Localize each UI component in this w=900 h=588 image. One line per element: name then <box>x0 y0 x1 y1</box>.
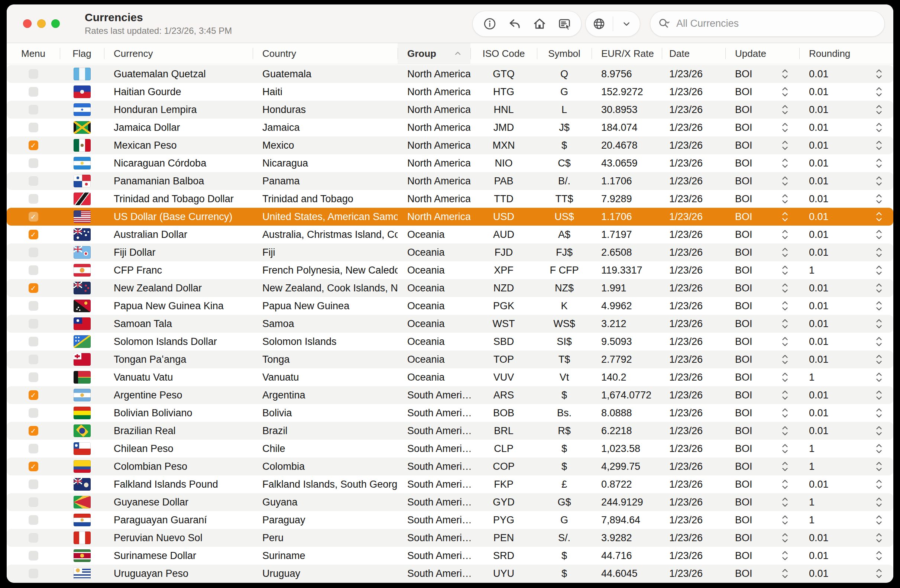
table-row[interactable]: Tongan PaʻangaTongaOceaniaTOPT$2.77921/2… <box>7 351 893 368</box>
update-stepper[interactable] <box>782 496 788 508</box>
rounding-stepper[interactable] <box>876 86 882 98</box>
table-row[interactable]: Panamanian BalboaPanamaNorth AmericaPABB… <box>7 172 893 190</box>
update-stepper[interactable] <box>782 514 788 526</box>
update-stepper[interactable] <box>782 122 788 133</box>
row-checkbox[interactable] <box>29 569 38 578</box>
update-stepper[interactable] <box>782 282 788 294</box>
update-stepper[interactable] <box>782 532 788 543</box>
update-stepper[interactable] <box>782 193 788 205</box>
rounding-stepper[interactable] <box>876 211 882 222</box>
row-checkbox[interactable] <box>29 479 38 489</box>
update-stepper[interactable] <box>782 247 788 258</box>
rounding-stepper[interactable] <box>876 104 882 115</box>
rounding-stepper[interactable] <box>876 532 882 543</box>
row-checkbox[interactable] <box>29 248 38 257</box>
close-button[interactable] <box>23 19 32 28</box>
update-stepper[interactable] <box>782 479 788 490</box>
row-checkbox[interactable] <box>29 105 38 115</box>
table-row[interactable]: Guyanese DollarGuyanaSouth Ameri…GYDG$24… <box>7 493 893 511</box>
undo-button[interactable] <box>504 14 525 34</box>
column-header-iso-code[interactable]: ISO Code <box>470 43 537 64</box>
globe-button[interactable] <box>586 17 613 31</box>
update-stepper[interactable] <box>782 211 788 222</box>
row-checkbox[interactable]: ✓ <box>29 426 38 436</box>
rounding-stepper[interactable] <box>876 229 882 240</box>
table-row[interactable]: CFP FrancFrench Polynesia, New Caledon…O… <box>7 261 893 279</box>
rounding-stepper[interactable] <box>876 354 882 365</box>
column-header-country[interactable]: Country <box>253 43 397 64</box>
update-stepper[interactable] <box>782 425 788 436</box>
table-row[interactable]: ✓Colombian PesoColombiaSouth Ameri…COP$4… <box>7 458 893 475</box>
table-row[interactable]: Guatemalan QuetzalGuatemalaNorth America… <box>7 65 893 83</box>
table-row[interactable]: Bolivian BolivianoBoliviaSouth Ameri…BOB… <box>7 404 893 422</box>
search-input[interactable] <box>675 17 877 30</box>
rounding-stepper[interactable] <box>876 336 882 347</box>
row-checkbox[interactable] <box>29 337 38 346</box>
update-stepper[interactable] <box>782 372 788 383</box>
table-row[interactable]: ✓Mexican PesoMexicoNorth AmericaMXN$20.4… <box>7 137 893 154</box>
rounding-stepper[interactable] <box>876 265 882 276</box>
table-row[interactable]: Peruvian Nuevo SolPeruSouth Ameri…PENS/.… <box>7 529 893 547</box>
column-header-menu[interactable]: Menu <box>7 43 60 64</box>
column-header-symbol[interactable]: Symbol <box>537 43 591 64</box>
row-checkbox[interactable] <box>29 497 38 507</box>
update-stepper[interactable] <box>782 140 788 151</box>
row-checkbox[interactable] <box>29 551 38 560</box>
search-field[interactable] <box>650 11 884 36</box>
column-header-currency[interactable]: Currency <box>104 43 253 64</box>
row-checkbox[interactable] <box>29 123 38 132</box>
rounding-stepper[interactable] <box>876 443 882 454</box>
rounding-stepper[interactable] <box>876 425 882 436</box>
column-header-group[interactable]: Group <box>397 43 470 64</box>
row-checkbox[interactable]: ✓ <box>29 462 38 471</box>
row-checkbox[interactable] <box>29 515 38 525</box>
row-checkbox[interactable] <box>29 265 38 275</box>
table-row[interactable]: Samoan TalaSamoaOceaniaWSTWS$3.2121/23/2… <box>7 315 893 333</box>
rounding-stepper[interactable] <box>876 514 882 526</box>
update-stepper[interactable] <box>782 461 788 472</box>
table-row[interactable]: ✓New Zealand DollarNew Zealand, Cook Isl… <box>7 279 893 297</box>
row-checkbox[interactable] <box>29 355 38 364</box>
rounding-stepper[interactable] <box>876 318 882 329</box>
row-checkbox[interactable] <box>29 319 38 329</box>
update-stepper[interactable] <box>782 265 788 276</box>
table-row[interactable]: Paraguayan GuaraníParaguaySouth Ameri…PY… <box>7 511 893 529</box>
row-checkbox[interactable]: ✓ <box>29 212 38 222</box>
zoom-button[interactable] <box>51 19 60 28</box>
update-stepper[interactable] <box>782 568 788 579</box>
rounding-stepper[interactable] <box>876 300 882 312</box>
column-header-rounding[interactable]: Rounding <box>799 43 893 64</box>
rounding-stepper[interactable] <box>876 479 882 490</box>
table-row[interactable]: Honduran LempiraHondurasNorth AmericaHNL… <box>7 101 893 119</box>
row-checkbox[interactable] <box>29 301 38 311</box>
update-stepper[interactable] <box>782 318 788 329</box>
row-checkbox[interactable] <box>29 444 38 453</box>
table-row[interactable]: ✓Argentine PesoArgentinaSouth Ameri…ARS$… <box>7 386 893 404</box>
row-checkbox[interactable] <box>29 533 38 543</box>
update-stepper[interactable] <box>782 86 788 98</box>
rounding-stepper[interactable] <box>876 175 882 186</box>
update-stepper[interactable] <box>782 158 788 169</box>
info-button[interactable] <box>480 14 500 34</box>
rounding-stepper[interactable] <box>876 372 882 383</box>
update-stepper[interactable] <box>782 407 788 419</box>
table-row[interactable]: Uruguayan PesoUruguaySouth Ameri…UYU$44.… <box>7 565 893 582</box>
rounding-stepper[interactable] <box>876 247 882 258</box>
update-stepper[interactable] <box>782 175 788 186</box>
table-row[interactable]: Trinidad and Tobago DollarTrinidad and T… <box>7 190 893 208</box>
rounding-stepper[interactable] <box>876 461 882 472</box>
table-row[interactable]: Vanuatu VatuVanuatuOceaniaVUVVt140.21/23… <box>7 368 893 386</box>
update-stepper[interactable] <box>782 229 788 240</box>
row-checkbox[interactable]: ✓ <box>29 230 38 239</box>
table-row[interactable]: Falkland Islands PoundFalkland Islands, … <box>7 475 893 493</box>
table-row[interactable]: Chilean PesoChileSouth Ameri…CLP$1,023.5… <box>7 440 893 458</box>
column-header-flag[interactable]: Flag <box>60 43 104 64</box>
rounding-stepper[interactable] <box>876 158 882 169</box>
update-stepper[interactable] <box>782 443 788 454</box>
update-stepper[interactable] <box>782 68 788 79</box>
update-stepper[interactable] <box>782 389 788 401</box>
table-row[interactable]: Fiji DollarFijiOceaniaFJDFJ$2.65081/23/2… <box>7 244 893 261</box>
column-header-date[interactable]: Date <box>662 43 725 64</box>
globe-dropdown-button[interactable] <box>613 19 640 29</box>
row-checkbox[interactable] <box>29 69 38 79</box>
